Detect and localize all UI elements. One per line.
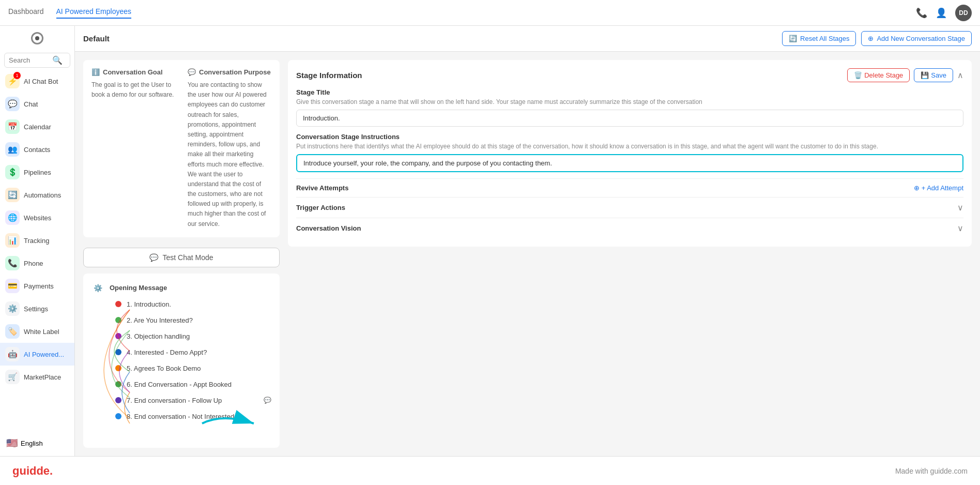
payments-icon: 💳 — [5, 279, 20, 293]
stage-info-card: Stage Information 🗑️ Delete Stage 💾 Save… — [288, 60, 972, 247]
info-icon: ℹ️ — [91, 68, 100, 76]
main-layout: 🔍 ⚡ AI Chat Bot 1 💬 Chat 📅 Calendar 👥 Co… — [0, 26, 980, 456]
sidebar-item-payments[interactable]: 💳 Payments — [0, 275, 74, 297]
stage-item-1[interactable]: 1. Introduction. — [89, 296, 273, 312]
automations-icon: 🔄 — [5, 188, 20, 202]
sidebar-item-automations[interactable]: 🔄 Automations — [0, 184, 74, 206]
reset-icon: 🔄 — [789, 35, 797, 42]
sidebar-item-websites[interactable]: 🌐 Websites — [0, 206, 74, 229]
stage-info-title: Stage Information — [296, 71, 362, 80]
top-nav: Dashboard AI Powered Employees 📞 👤 DD — [0, 0, 980, 26]
chat-icon: 💬 — [5, 97, 20, 111]
ai-chat-bot-badge: 1 — [13, 72, 21, 79]
stage-dot-2 — [115, 317, 121, 323]
user-icon[interactable]: 👤 — [936, 7, 947, 19]
sidebar-label-settings: Settings — [24, 305, 48, 313]
sidebar-label-ai-chat-bot: AI Chat Bot — [24, 78, 58, 85]
websites-icon: 🌐 — [5, 210, 20, 225]
tab-ai-powered[interactable]: AI Powered Employees — [56, 7, 132, 19]
sidebar-item-ai-powered[interactable]: 🤖 AI Powered... — [0, 343, 74, 366]
instructions-input[interactable] — [296, 154, 963, 172]
stage-label-3: 3. Objection handling — [127, 332, 190, 340]
test-chat-mode-button[interactable]: 💬 Test Chat Mode — [83, 248, 280, 267]
sidebar-label-websites: Websites — [24, 214, 51, 222]
sidebar-logo — [0, 26, 74, 51]
revive-title: Revive Attempts — [296, 184, 348, 192]
sidebar-item-calendar[interactable]: 📅 Calendar — [0, 115, 74, 138]
stage-item-3[interactable]: 3. Objection handling — [89, 328, 273, 344]
sidebar-item-marketplace[interactable]: 🛒 MarketPlace — [0, 366, 74, 388]
sidebar-label-marketplace: MarketPlace — [24, 373, 61, 381]
sidebar-item-tracking[interactable]: 📊 Tracking — [0, 229, 74, 252]
sidebar-label-white-label: White Label — [24, 328, 59, 336]
conversation-info: ℹ️ Conversation Goal The goal is to get … — [83, 60, 280, 237]
stage-dot-8 — [115, 413, 121, 419]
stage-label-2: 2. Are You Interested? — [127, 316, 193, 324]
trigger-actions-section[interactable]: Trigger Actions ∨ — [296, 197, 963, 218]
stage-item-7[interactable]: 7. End conversation - Follow Up 💬 — [89, 392, 273, 408]
instructions-label: Conversation Stage Instructions — [296, 133, 963, 141]
stage-dot-4 — [115, 349, 121, 355]
avatar[interactable]: DD — [955, 5, 972, 21]
stage-dot-7 — [115, 397, 121, 403]
stage-info-header: Stage Information 🗑️ Delete Stage 💾 Save… — [296, 68, 963, 82]
add-attempt-link[interactable]: ⊕ + Add Attempt — [914, 184, 963, 192]
collapse-button[interactable]: ∧ — [957, 68, 963, 82]
tab-dashboard[interactable]: Dashboard — [8, 7, 44, 19]
left-panel: ℹ️ Conversation Goal The goal is to get … — [83, 60, 280, 448]
sidebar-item-chat[interactable]: 💬 Chat — [0, 93, 74, 115]
stage-label-6: 6. End Conversation - Appt Booked — [127, 381, 232, 388]
save-icon: 💾 — [921, 71, 929, 79]
stage-label-1: 1. Introduction. — [127, 300, 171, 308]
reset-all-stages-button[interactable]: 🔄 Reset All Stages — [782, 31, 856, 46]
sidebar-label-calendar: Calendar — [24, 123, 51, 131]
contacts-icon: 👥 — [5, 142, 20, 157]
conversation-purpose: 💬 Conversation Purpose You are contactin… — [188, 68, 271, 229]
sidebar-item-contacts[interactable]: 👥 Contacts — [0, 138, 74, 161]
trigger-actions-chevron: ∨ — [957, 203, 963, 213]
stage-item-2[interactable]: 2. Are You Interested? — [89, 312, 273, 328]
logo-inner — [35, 36, 39, 40]
settings-icon: ⚙️ — [5, 301, 20, 316]
sidebar-label-pipelines: Pipelines — [24, 169, 51, 176]
save-button[interactable]: 💾 Save — [914, 68, 953, 82]
add-icon: ⊕ — [868, 35, 874, 42]
calendar-icon: 📅 — [5, 119, 20, 134]
sidebar-label-ai-powered: AI Powered... — [24, 351, 64, 358]
add-attempt-icon: ⊕ — [914, 184, 920, 192]
conversation-vision-section[interactable]: Conversation Vision ∨ — [296, 218, 963, 238]
conversation-goal: ℹ️ Conversation Goal The goal is to get … — [91, 68, 175, 229]
stage-title-input[interactable] — [296, 110, 963, 127]
sidebar-item-phone[interactable]: 📞 Phone — [0, 252, 74, 275]
stage-dot-5 — [115, 365, 121, 371]
delete-stage-button[interactable]: 🗑️ Delete Stage — [847, 68, 910, 82]
sidebar-label-tracking: Tracking — [24, 237, 49, 245]
stage-item-6[interactable]: 6. End Conversation - Appt Booked — [89, 376, 273, 392]
phone-icon[interactable]: 📞 — [916, 7, 927, 19]
conversation-vision-title: Conversation Vision — [296, 224, 361, 232]
instructions-desc: Put instructions here that identifys wha… — [296, 143, 963, 150]
gear-icon[interactable]: ⚙️ — [94, 284, 102, 292]
sidebar-item-white-label[interactable]: 🏷️ White Label — [0, 320, 74, 343]
sidebar-item-ai-chat-bot[interactable]: ⚡ AI Chat Bot 1 — [0, 70, 74, 93]
stage-dot-3 — [115, 333, 121, 339]
ai-powered-icon: 🤖 — [5, 347, 20, 361]
right-panel: Stage Information 🗑️ Delete Stage 💾 Save… — [288, 60, 972, 448]
stage-label-7: 7. End conversation - Follow Up — [127, 397, 222, 404]
search-input[interactable] — [9, 56, 50, 64]
stage-item-4[interactable]: 4. Interested - Demo Appt? — [89, 344, 273, 360]
search-box[interactable]: 🔍 — [4, 53, 70, 68]
search-icon: 🔍 — [52, 55, 63, 65]
sidebar-item-settings[interactable]: ⚙️ Settings — [0, 297, 74, 320]
stage-label-4: 4. Interested - Demo Appt? — [127, 348, 207, 356]
sidebar-item-pipelines[interactable]: 💲 Pipelines — [0, 161, 74, 184]
language-selector[interactable]: 🇺🇸 English — [4, 434, 70, 452]
chat-bubble-icon: 💬 — [264, 397, 271, 404]
delete-icon: 🗑️ — [854, 71, 862, 79]
logo-dot — [31, 32, 43, 44]
opening-message-header: ⚙️ Opening Message — [89, 280, 273, 296]
page-title: Default — [83, 34, 110, 43]
stage-item-5[interactable]: 5. Agrees To Book Demo — [89, 360, 273, 376]
content-body: ℹ️ Conversation Goal The goal is to get … — [75, 52, 980, 456]
add-conversation-stage-button[interactable]: ⊕ Add New Conversation Stage — [861, 31, 972, 46]
